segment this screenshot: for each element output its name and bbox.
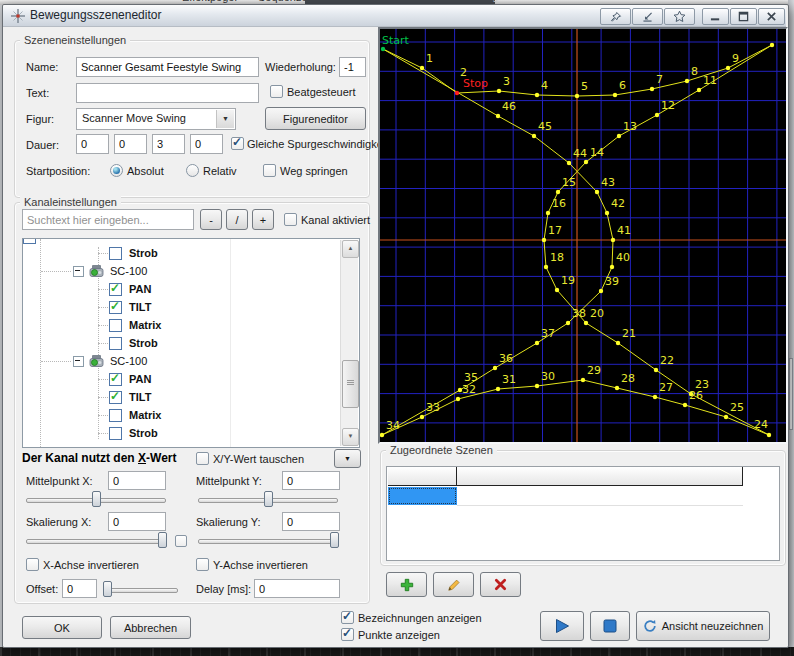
scroll-down-icon[interactable]: ▼	[342, 428, 359, 446]
offset-input[interactable]	[62, 579, 97, 598]
tree-checkbox[interactable]: ✓	[109, 283, 122, 296]
slider-thumb[interactable]	[264, 491, 273, 507]
scale-y-input[interactable]	[282, 512, 340, 531]
selected-scene-cell[interactable]	[388, 487, 457, 505]
tree-row[interactable]: ✓TILT	[23, 388, 359, 406]
invert-y-checkbox[interactable]: ✓	[196, 558, 209, 571]
figure-editor-button[interactable]: Figureneditor	[265, 107, 366, 130]
tree-scrollbar[interactable]: ▲ ▼	[340, 240, 358, 446]
channel-tree[interactable]: ✓StrobSC-100✓PAN✓TILT✓Matrix✓StrobSC-100…	[22, 238, 360, 448]
scale-y-slider[interactable]	[198, 532, 338, 549]
ok-button[interactable]: OK	[22, 616, 102, 639]
tree-row[interactable]: ✓Strob	[23, 334, 359, 352]
scene-list-header-col2[interactable]	[457, 467, 743, 486]
show-labels-checkbox[interactable]: ✓	[341, 611, 354, 624]
tree-row[interactable]: ✓Matrix	[23, 406, 359, 424]
same-speed-checkbox[interactable]: ✓	[231, 137, 244, 150]
repeat-input[interactable]	[339, 57, 366, 77]
text-input[interactable]	[76, 83, 259, 103]
tree-checkbox[interactable]: ✓	[109, 373, 122, 386]
tree-checkbox[interactable]: ✓	[109, 337, 122, 350]
figure-point	[654, 368, 658, 372]
redraw-view-button[interactable]: Ansicht neuzeichnen	[636, 611, 770, 641]
scroll-up-icon[interactable]: ▲	[342, 240, 359, 258]
jump-label: Weg springen	[280, 165, 348, 178]
axis-options-dropdown-button[interactable]: ▼	[334, 449, 361, 468]
scene-row-cell[interactable]	[457, 487, 743, 506]
tree-expander-icon[interactable]	[73, 356, 84, 367]
play-button[interactable]	[540, 611, 584, 641]
tree-checkbox[interactable]: ✓	[109, 247, 122, 260]
tree-toggle-button[interactable]: /	[226, 209, 248, 230]
cancel-button[interactable]: Abbrechen	[110, 616, 191, 639]
slider-thumb[interactable]	[92, 491, 101, 507]
beat-label: Beatgesteuert	[287, 86, 356, 99]
tree-collapse-button[interactable]: -	[200, 209, 222, 230]
figure-select[interactable]: Scanner Move Swing ▼	[76, 108, 236, 130]
jump-checkbox[interactable]: ✓	[263, 164, 276, 177]
maximize-button[interactable]	[730, 8, 757, 25]
duration-hours-input[interactable]	[76, 134, 109, 154]
relative-radio[interactable]	[186, 164, 199, 177]
tree-row[interactable]: ✓Strob	[23, 424, 359, 442]
tree-expander-icon[interactable]	[73, 266, 84, 277]
chevron-down-icon[interactable]: ▼	[216, 110, 234, 128]
duration-seconds-input[interactable]	[152, 134, 185, 154]
minimize-button[interactable]	[702, 8, 729, 25]
tree-row[interactable]: SC-100	[23, 262, 359, 280]
assigned-scenes-list[interactable]	[386, 466, 780, 561]
scene-list-header-col1[interactable]	[388, 467, 457, 486]
pin-window-button[interactable]	[600, 8, 631, 25]
delete-scene-button[interactable]	[480, 572, 521, 597]
edit-scene-button[interactable]	[433, 572, 474, 597]
send-to-back-button[interactable]	[632, 8, 663, 25]
channel-active-checkbox[interactable]: ✓	[284, 213, 297, 226]
slider-thumb[interactable]	[158, 532, 167, 548]
favorite-button[interactable]	[664, 8, 695, 25]
tree-checkbox[interactable]: ✓	[109, 427, 122, 440]
figure-point-label: 27	[659, 381, 673, 394]
absolute-radio[interactable]	[110, 164, 123, 177]
center-x-input[interactable]	[108, 471, 166, 490]
tree-row[interactable]: SC-100	[23, 352, 359, 370]
swap-xy-checkbox[interactable]: ✓	[196, 452, 209, 465]
center-x-slider[interactable]	[26, 491, 166, 508]
tree-row[interactable]: ✓Strob	[23, 244, 359, 262]
figure-point	[655, 113, 659, 117]
invert-x-checkbox[interactable]: ✓	[26, 558, 39, 571]
slider-thumb[interactable]	[330, 532, 339, 548]
tree-row[interactable]: ✓PAN	[23, 370, 359, 388]
scale-x-input[interactable]	[108, 512, 166, 531]
offset-slider[interactable]	[104, 581, 178, 598]
tree-checkbox[interactable]: ✓	[109, 391, 122, 404]
figure-canvas[interactable]: Start12Stop34567891112131415161718192021…	[378, 27, 788, 444]
tree-checkbox[interactable]: ✓	[109, 409, 122, 422]
show-points-checkbox[interactable]: ✓	[341, 628, 354, 641]
delay-input[interactable]	[254, 579, 340, 598]
assigned-scenes-title: Zugeordnete Szenen	[386, 444, 497, 456]
duration-frames-input[interactable]	[190, 134, 223, 154]
scale-x-slider[interactable]	[26, 532, 166, 549]
stop-button[interactable]	[590, 611, 630, 641]
tree-checkbox[interactable]: ✓	[109, 301, 122, 314]
tree-row[interactable]: ✓TILT	[23, 298, 359, 316]
figure-canvas-svg[interactable]: Start12Stop34567891112131415161718192021…	[380, 29, 786, 442]
center-y-slider[interactable]	[198, 491, 338, 508]
figure-point	[584, 160, 588, 164]
tree-row[interactable]: ✓Matrix	[23, 316, 359, 334]
close-button[interactable]	[758, 8, 785, 25]
add-scene-button[interactable]	[386, 572, 427, 597]
figure-point	[685, 79, 689, 83]
duration-minutes-input[interactable]	[114, 134, 147, 154]
link-scale-checkbox[interactable]: ✓	[175, 535, 187, 547]
figure-point-label: 40	[616, 251, 630, 264]
scrollbar-thumb[interactable]	[342, 360, 359, 408]
slider-thumb[interactable]	[103, 581, 112, 597]
tree-checkbox[interactable]: ✓	[109, 319, 122, 332]
beat-checkbox[interactable]: ✓	[270, 85, 283, 98]
tree-expand-button[interactable]: +	[252, 209, 274, 230]
channel-search-input[interactable]	[22, 209, 194, 230]
center-y-input[interactable]	[282, 471, 340, 490]
tree-row[interactable]: ✓PAN	[23, 280, 359, 298]
name-input[interactable]	[76, 57, 259, 77]
